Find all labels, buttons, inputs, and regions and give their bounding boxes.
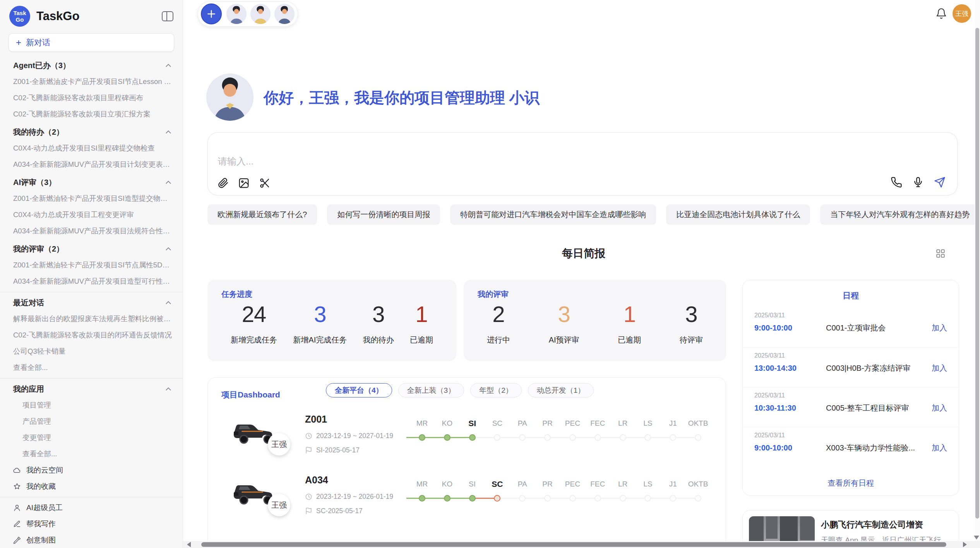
user-avatar[interactable]: 王强 xyxy=(953,4,971,23)
scissors-icon[interactable] xyxy=(259,177,271,189)
sidebar-recent-item[interactable]: 公司Q3轻卡销量 xyxy=(0,343,183,360)
agent-avatar[interactable] xyxy=(250,4,271,24)
suggestion-chip[interactable]: 欧洲新规最近颁布了什么? xyxy=(207,204,317,225)
dashboard-tab[interactable]: 全新平台（4） xyxy=(326,383,392,397)
sidebar-item[interactable]: C0X4-动力总成开发项目SI里程碑提交物检查 xyxy=(0,140,183,156)
sidebar-link-label: 帮我写作 xyxy=(26,519,56,529)
image-icon[interactable] xyxy=(238,177,250,189)
sidebar-item[interactable]: A034-全新新能源MUV产品开发项目法规符合性评审 xyxy=(0,223,183,239)
composer[interactable]: 请输入... xyxy=(207,132,958,195)
sidebar-item[interactable]: A034-全新新能源MUV产品开发项目计划变更表编写 xyxy=(0,156,183,173)
sidebar-item[interactable]: C0X4-动力总成开发项目工程变更评审 xyxy=(0,207,183,223)
sidebar-item[interactable]: Z001-全新燃油皮卡产品开发项目SI节点Lesson Learn报告 xyxy=(0,74,183,90)
new-chat-button[interactable]: + 新对话 xyxy=(9,33,174,52)
scroll-down-arrow-icon[interactable] xyxy=(974,536,979,539)
milestone-label: LR xyxy=(610,478,636,490)
sidebar-app-item[interactable]: 项目管理 xyxy=(0,397,183,413)
sidebar-item[interactable]: Z001-全新燃油轻卡产品开发项目SI造型提交物评审 xyxy=(0,190,183,207)
milestone-si: SI xyxy=(460,478,485,513)
milestone-connector xyxy=(648,498,673,499)
agent-avatar[interactable] xyxy=(274,4,295,24)
sidebar-quick-link[interactable]: 我的云空间 xyxy=(0,462,183,478)
suggestion-chip[interactable]: 特朗普可能对进口汽车增税会对中国车企造成哪些影响 xyxy=(450,204,656,225)
sidebar-app-item[interactable]: 查看全部... xyxy=(0,446,183,462)
chevron-up-icon xyxy=(165,179,172,186)
milestone-connector xyxy=(422,437,447,438)
microphone-icon[interactable] xyxy=(912,176,924,188)
sidebar-item[interactable]: Z001-全新燃油轻卡产品开发项目SI节点属性5D文件评审 xyxy=(0,257,183,273)
horizontal-scrollbar-thumb[interactable] xyxy=(201,542,946,547)
add-agent-button[interactable] xyxy=(201,3,222,24)
sidebar-tool-item[interactable]: 创意制图 xyxy=(0,532,183,548)
sidebar-tool-item[interactable]: 帮我写作 xyxy=(0,516,183,532)
sidebar-section-header[interactable]: 我的评审（2） xyxy=(0,241,183,257)
horizontal-scrollbar[interactable] xyxy=(183,541,980,548)
schedule-item-main: 9:00-10:00C001-立项审批会加入 xyxy=(754,323,947,333)
agent-avatar[interactable] xyxy=(226,4,247,24)
sidebar-section-header[interactable]: 我的待办（2） xyxy=(0,124,183,140)
briefing-stat: 24新增完成任务 xyxy=(231,301,277,345)
schedule-join-link[interactable]: 加入 xyxy=(932,363,947,373)
milestone-dot xyxy=(644,434,651,441)
notification-bell-icon[interactable] xyxy=(935,8,947,19)
suggestion-chip[interactable]: 比亚迪全固态电池计划具体说了什么 xyxy=(666,204,810,225)
dashboard-tab[interactable]: 全新上装（3） xyxy=(398,383,464,397)
schedule-date: 2025/03/11 xyxy=(754,432,947,439)
sidebar-task-sections: Agent已办（3）Z001-全新燃油皮卡产品开发项目SI节点Lesson Le… xyxy=(0,57,183,289)
sidebar-item[interactable]: C02-飞腾新能源轻客改款项目里程碑画布 xyxy=(0,90,183,106)
sidebar-tool-item[interactable]: AI超级员工 xyxy=(0,500,183,516)
sidebar-quick-link[interactable]: 我的收藏 xyxy=(0,478,183,495)
briefing-stat: 3新增AI完成任务 xyxy=(293,301,347,345)
milestone-mr: MR xyxy=(409,418,435,452)
dashboard-tab[interactable]: 动总开发（1） xyxy=(528,383,594,397)
schedule-join-link[interactable]: 加入 xyxy=(932,403,947,413)
schedule-name: C003|H0B-方案冻结评审 xyxy=(826,363,925,373)
dashboard-tab[interactable]: 年型（2） xyxy=(470,383,522,397)
scroll-right-arrow-icon[interactable] xyxy=(963,542,967,547)
sidebar-section-header[interactable]: AI评审（3） xyxy=(0,174,183,190)
chevron-up-icon xyxy=(165,62,172,69)
milestone-pec: PEC xyxy=(560,418,585,452)
layout-grid-icon[interactable] xyxy=(935,248,946,259)
sidebar-tools: AI超级员工帮我写作创意制图 xyxy=(0,500,183,548)
send-icon[interactable] xyxy=(934,176,946,188)
sidebar-collapse-icon[interactable] xyxy=(162,11,173,21)
scroll-left-arrow-icon[interactable] xyxy=(187,542,191,547)
project-flag-text: SC-2025-05-17 xyxy=(316,507,363,515)
schedule-join-link[interactable]: 加入 xyxy=(932,323,947,333)
view-all-schedule-link[interactable]: 查看所有日程 xyxy=(743,478,959,488)
sidebar-divider xyxy=(0,378,183,378)
suggestion-chip[interactable]: 当下年轻人对汽车外观有怎样的喜好趋势 xyxy=(820,204,980,225)
schedule-card: 日程 2025/03/119:00-10:00C001-立项审批会加入2025/… xyxy=(742,280,959,496)
sidebar-recent-item[interactable]: 查看全部... xyxy=(0,360,183,376)
stat-value: 1 xyxy=(618,301,641,327)
sidebar-section-header[interactable]: 最近对话 xyxy=(0,295,183,311)
sidebar-section-header[interactable]: Agent已办（3） xyxy=(0,57,183,74)
stat-value: 3 xyxy=(363,301,394,327)
milestone-lr: LR xyxy=(610,418,636,452)
composer-right-icons xyxy=(891,176,946,188)
milestone-sc: SC xyxy=(485,418,510,452)
sidebar-app-item[interactable]: 变更管理 xyxy=(0,430,183,446)
chevron-up-icon xyxy=(165,128,172,135)
sidebar-section-header[interactable]: 我的应用 xyxy=(0,381,183,397)
briefing-stat: 3待评审 xyxy=(680,301,703,345)
sidebar-item[interactable]: A034-全新新能源MUV产品开发项目造型可行性评审 xyxy=(0,273,183,289)
vertical-scrollbar[interactable] xyxy=(975,0,980,541)
suggestion-chip[interactable]: 如何写一份清晰的项目周报 xyxy=(327,204,440,225)
sidebar-section-title: 我的评审（2） xyxy=(13,244,64,254)
sidebar-recent-item[interactable]: 解释最新出台的欧盟报废车法规再生塑料比例被调至15%... xyxy=(0,311,183,327)
sidebar-item[interactable]: C02-飞腾新能源轻客改款项目立项汇报方案 xyxy=(0,106,183,122)
sidebar-recent-item[interactable]: C02-飞腾新能源轻客改款项目的闭环通告反馈情况 xyxy=(0,327,183,343)
sidebar-app-item[interactable]: 产品管理 xyxy=(0,413,183,430)
vertical-scrollbar-thumb[interactable] xyxy=(975,28,979,519)
milestone-ko: KO xyxy=(435,418,460,452)
milestone-dot xyxy=(444,495,451,502)
milestone-label: KO xyxy=(435,418,460,429)
milestone-label: KO xyxy=(435,478,460,490)
attachment-icon[interactable] xyxy=(217,177,229,189)
phone-call-icon[interactable] xyxy=(891,176,902,188)
milestone-lr: LR xyxy=(610,478,636,513)
milestone-dot xyxy=(695,495,701,502)
schedule-join-link[interactable]: 加入 xyxy=(932,443,947,453)
